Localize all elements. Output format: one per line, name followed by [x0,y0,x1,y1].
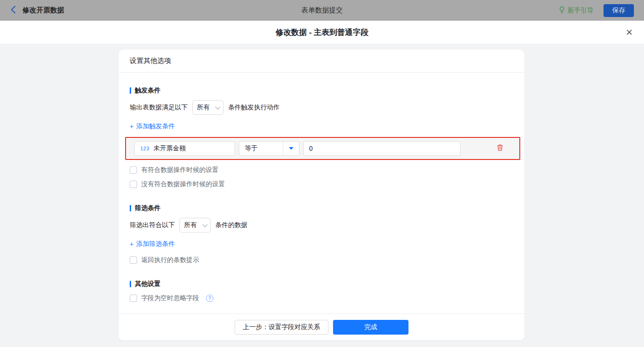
chevron-down-icon [202,222,207,227]
add-trigger-condition-link[interactable]: + 添加触发条件 [130,122,175,131]
card-header: 设置其他选项 [119,50,524,73]
plus-icon: + [130,123,133,130]
trigger-match-select-value: 所有 [197,103,210,112]
section-accent-bar [130,205,131,211]
section-accent-bar [130,87,131,94]
checkbox-row-return-count[interactable]: 返回执行的条数提示 [130,256,199,264]
plus-icon: + [130,240,133,248]
close-icon[interactable]: ✕ [626,28,633,37]
trigger-condition-row: 123 未开票金额 等于 [125,137,520,160]
beginner-guide-link[interactable]: 新手引导 [558,6,593,15]
filter-match-select-value: 所有 [184,221,197,229]
checkbox-icon[interactable] [130,295,137,302]
trigger-sentence-suffix: 条件触发执行动作 [228,103,280,112]
filter-sentence-prefix: 筛选出符合以下 [130,221,175,229]
done-button[interactable]: 完成 [333,320,408,335]
help-icon[interactable]: ? [206,295,213,302]
card-footer: 上一步：设置字段对应关系 完成 [119,313,524,340]
checkbox-icon[interactable] [130,166,137,174]
caret-down-icon [289,147,293,150]
checkbox-row-no-match[interactable]: 没有符合数据操作时候的设置 [130,180,225,188]
chevron-down-icon [215,104,220,109]
trash-icon [496,144,504,153]
beginner-guide-label: 新手引导 [568,6,593,15]
section-accent-bar [130,281,131,287]
checkbox-row-has-match[interactable]: 有符合数据操作时候的设置 [130,166,218,174]
trigger-section-title: 触发条件 [130,86,513,95]
modal-body: 设置其他选项 触发条件 输出表数据满足以下 所有 条件触发执行动作 + 添加触发… [0,44,644,347]
other-section-title: 其他设置 [130,280,513,288]
filter-match-select[interactable]: 所有 [179,218,211,233]
checkbox-row-ignore-empty[interactable]: 字段为空时忽略字段 ? [130,294,213,302]
condition-operator-value: 等于 [239,142,283,155]
options-card: 设置其他选项 触发条件 输出表数据满足以下 所有 条件触发执行动作 + 添加触发… [119,50,524,340]
trigger-match-select[interactable]: 所有 [192,100,224,115]
filter-section-title: 筛选条件 [130,204,513,212]
back-button[interactable] [10,6,16,16]
back-chevron-icon [10,6,16,16]
condition-operator-select[interactable]: 等于 [239,141,299,156]
lightbulb-icon [558,6,565,15]
workflow-name: 修改开票数据 [23,6,64,15]
top-bar: 修改开票数据 表单数据提交 新手引导 保存 [0,0,644,21]
page-title: 表单数据提交 [0,6,644,15]
add-filter-condition-link[interactable]: + 添加筛选条件 [130,240,175,248]
filter-sentence-suffix: 条件的数据 [215,221,247,229]
number-field-type-badge: 123 [140,146,150,151]
trigger-sentence: 输出表数据满足以下 所有 条件触发执行动作 [130,100,513,115]
save-button[interactable]: 保存 [604,4,634,17]
condition-value-input[interactable] [303,141,460,156]
filter-sentence: 筛选出符合以下 所有 条件的数据 [130,218,513,233]
condition-field-name: 未开票金额 [154,144,186,153]
operator-caret-area[interactable] [283,142,299,155]
previous-step-button[interactable]: 上一步：设置字段对应关系 [235,320,328,335]
checkbox-icon[interactable] [130,181,137,188]
delete-condition-button[interactable] [494,143,506,154]
trigger-sentence-prefix: 输出表数据满足以下 [130,103,188,112]
checkbox-icon[interactable] [130,256,137,264]
modal-title: 修改数据 - 主表到普通字段 [276,27,368,38]
modal-header: 修改数据 - 主表到普通字段 ✕ [0,21,644,44]
condition-field-select[interactable]: 123 未开票金额 [134,141,235,156]
